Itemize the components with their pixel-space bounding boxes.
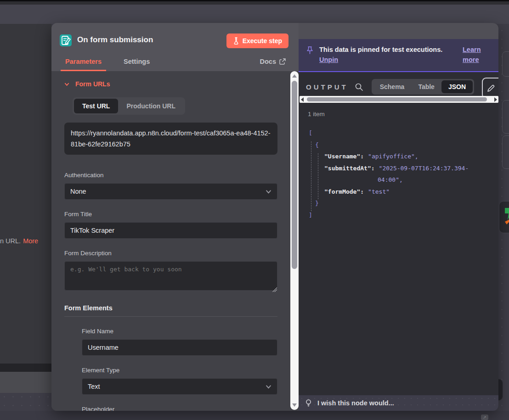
external-link-icon bbox=[279, 58, 286, 65]
items-count: 1 item bbox=[308, 111, 325, 118]
sticky-note-partial-text: n URL.More bbox=[0, 237, 51, 245]
bottom-canvas-strip bbox=[0, 411, 509, 420]
search-icon[interactable] bbox=[355, 83, 363, 91]
parameters-scrollbar[interactable] bbox=[290, 71, 299, 410]
pinned-banner-text-block: This data is pinned for test executions.… bbox=[319, 45, 457, 71]
left-canvas-node-edge bbox=[0, 364, 51, 372]
output-title: OUTPUT bbox=[306, 83, 348, 91]
tab-settings[interactable]: Settings bbox=[119, 51, 154, 71]
parameters-panel: On form submission Execute step Paramete… bbox=[51, 23, 299, 411]
tab-schema[interactable]: Schema bbox=[373, 80, 412, 93]
node-detail-view: On form submission Execute step Paramete… bbox=[51, 23, 498, 411]
sticky-more-link[interactable]: More bbox=[23, 237, 38, 245]
scroll-right-arrow-icon[interactable] bbox=[494, 97, 497, 102]
tab-parameters[interactable]: Parameters bbox=[61, 51, 106, 71]
output-body: OUTPUT Schema Table JSON bbox=[299, 73, 498, 411]
json-value: "2025-09-07T16:24:37.394- bbox=[379, 165, 469, 172]
form-trigger-node-icon bbox=[60, 34, 72, 46]
lightbulb-icon bbox=[305, 399, 312, 407]
placeholder-label: Placeholder bbox=[82, 406, 290, 411]
ndv-tabs: Parameters Settings Docs bbox=[51, 51, 299, 71]
docs-link[interactable]: Docs bbox=[260, 51, 286, 71]
json-brace: } bbox=[315, 200, 319, 207]
docs-label: Docs bbox=[260, 58, 276, 65]
json-value: 04:00", bbox=[378, 176, 403, 183]
json-output-viewer[interactable]: [ { "Username":"apifyoffice", "submitted… bbox=[309, 127, 492, 221]
learn-more-link[interactable]: Learn more bbox=[463, 45, 486, 71]
section-divider bbox=[64, 316, 277, 317]
json-row: "submittedAt":"2025-09-07T16:24:37.394- bbox=[309, 162, 492, 174]
chevron-down-icon bbox=[266, 189, 271, 195]
json-row: ] bbox=[309, 209, 492, 221]
canvas-partial-node-3[interactable] bbox=[502, 135, 509, 169]
json-bracket: ] bbox=[309, 212, 312, 218]
left-canvas-dim bbox=[0, 24, 51, 364]
form-description-textarea[interactable] bbox=[64, 261, 277, 291]
scroll-left-arrow-icon[interactable] bbox=[301, 97, 304, 102]
pinned-data-banner: This data is pinned for test executions.… bbox=[299, 39, 498, 72]
test-url-segment[interactable]: Test URL bbox=[74, 99, 118, 113]
scrollbar-thumb[interactable] bbox=[292, 81, 297, 269]
sticky-note-text: n URL. bbox=[0, 237, 21, 245]
execute-step-label: Execute step bbox=[243, 37, 282, 45]
json-row: "Username":"apifyoffice", bbox=[309, 151, 492, 162]
app-node-logo-icon bbox=[499, 202, 509, 233]
pin-icon bbox=[306, 46, 314, 55]
flask-icon bbox=[233, 37, 239, 45]
production-url-segment[interactable]: Production URL bbox=[118, 99, 184, 113]
execute-step-button[interactable]: Execute step bbox=[226, 34, 288, 48]
json-row: "formMode":"test" bbox=[309, 186, 492, 198]
field-name-input[interactable] bbox=[82, 339, 277, 356]
scroll-up-arrow-icon[interactable] bbox=[292, 74, 297, 78]
json-value: "apifyoffice", bbox=[368, 153, 419, 160]
json-row: } bbox=[309, 197, 492, 209]
output-header-strip bbox=[299, 23, 498, 39]
h-scrollbar-thumb[interactable] bbox=[307, 97, 487, 101]
json-key: "Username": bbox=[324, 153, 364, 160]
top-dark-strip bbox=[0, 1, 509, 5]
authentication-label: Authentication bbox=[64, 172, 290, 179]
canvas-partial-node-2[interactable] bbox=[502, 100, 509, 134]
json-brace: { bbox=[315, 141, 319, 148]
canvas-partial-node-1[interactable] bbox=[502, 51, 509, 77]
parameters-form: Form URLs Test URL Production URL https:… bbox=[51, 71, 290, 411]
form-title-label: Form Title bbox=[64, 211, 290, 218]
canvas-partial-app-node[interactable] bbox=[499, 201, 509, 233]
form-urls-section-header[interactable]: Form URLs bbox=[64, 80, 290, 88]
output-view-tabs: Schema Table JSON bbox=[372, 79, 474, 95]
open-external-mini-icon[interactable]: ↗ bbox=[481, 414, 488, 420]
json-row: [ bbox=[309, 127, 492, 139]
json-row: { bbox=[309, 139, 492, 151]
node-title: On form submission bbox=[77, 35, 153, 45]
authentication-select[interactable]: None bbox=[64, 183, 277, 200]
scroll-down-arrow-icon[interactable] bbox=[292, 403, 297, 407]
json-bracket: [ bbox=[309, 129, 312, 136]
json-key: "submittedAt": bbox=[324, 165, 375, 172]
output-toolbar: OUTPUT Schema Table JSON bbox=[306, 77, 498, 97]
learn-more-label: Learn more bbox=[463, 46, 481, 63]
form-url-value[interactable]: https://ryannolandata.app.n8n.cloud/form… bbox=[64, 123, 277, 155]
node-feedback-bar[interactable]: I wish this node would... bbox=[299, 395, 498, 411]
form-title-input[interactable] bbox=[64, 222, 277, 239]
resize-grip[interactable] bbox=[272, 287, 277, 292]
form-elements-section-label: Form Elements bbox=[64, 304, 290, 312]
json-value: "test" bbox=[368, 188, 390, 195]
element-type-label: Element Type bbox=[82, 367, 290, 374]
form-urls-label: Form URLs bbox=[75, 80, 110, 88]
unpin-link[interactable]: Unpin bbox=[319, 56, 338, 63]
chevron-down-icon bbox=[266, 384, 271, 390]
output-horizontal-scrollbar[interactable] bbox=[300, 96, 498, 103]
tab-json[interactable]: JSON bbox=[441, 80, 473, 93]
pencil-icon bbox=[487, 84, 495, 92]
tab-table[interactable]: Table bbox=[411, 80, 441, 93]
field-name-label: Field Name bbox=[82, 328, 290, 335]
json-row: 04:00", bbox=[309, 174, 492, 186]
element-type-select[interactable]: Text bbox=[82, 378, 277, 395]
form-description-wrap bbox=[64, 257, 277, 292]
json-key: "formMode": bbox=[324, 188, 364, 195]
ndv-header: On form submission Execute step Paramete… bbox=[51, 23, 299, 71]
node-feedback-text: I wish this node would... bbox=[317, 399, 394, 407]
output-panel: This data is pinned for test executions.… bbox=[299, 23, 498, 411]
authentication-value: None bbox=[70, 188, 86, 195]
url-type-toggle: Test URL Production URL bbox=[73, 97, 185, 115]
